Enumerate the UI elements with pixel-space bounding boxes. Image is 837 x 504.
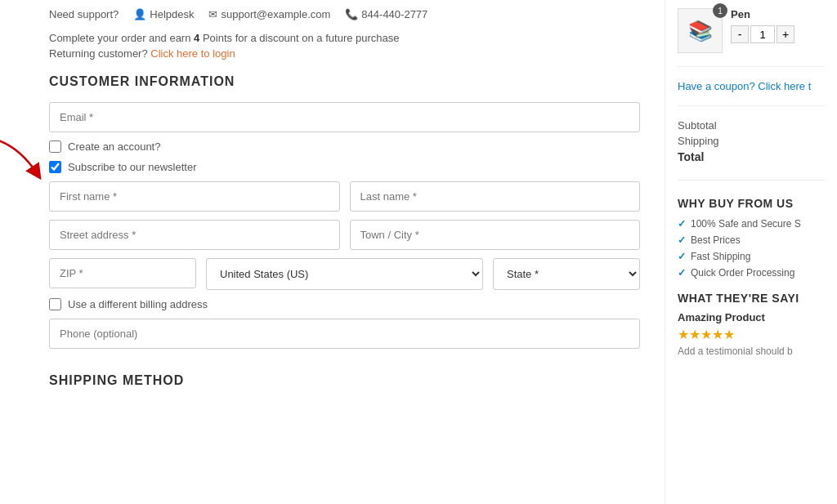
- product-row: 1 📚 Pen - +: [678, 8, 825, 67]
- qty-plus-button[interactable]: +: [777, 25, 794, 43]
- shipping-label: Shipping: [678, 135, 719, 147]
- testimonial-stars: ★★★★★: [678, 327, 825, 342]
- why-item-1: ✓ Best Prices: [678, 234, 825, 246]
- need-support-label: Need support?: [49, 8, 119, 20]
- email-link[interactable]: ✉ support@example.com: [208, 8, 330, 20]
- product-thumbnail: 1 📚: [678, 8, 723, 53]
- subtotal-label: Subtotal: [678, 119, 717, 132]
- subscribe-checkbox[interactable]: [49, 161, 61, 173]
- subscribe-row-container: Subscribe to our newsletter: [49, 161, 640, 173]
- why-item-3: ✓ Quick Order Processing: [678, 267, 825, 279]
- subtotal-row: Subtotal: [678, 119, 825, 132]
- testimonial-title: WHAT THEY'RE SAYI: [678, 292, 825, 305]
- diff-billing-row: Use a different billing address: [49, 298, 640, 310]
- subscribe-row: Subscribe to our newsletter: [49, 161, 640, 173]
- state-select[interactable]: State *: [493, 258, 640, 290]
- total-row: Total: [678, 150, 825, 163]
- coupon-link[interactable]: Have a coupon? Click here t: [678, 80, 825, 106]
- last-name-input[interactable]: [350, 181, 641, 212]
- first-name-input[interactable]: [49, 181, 340, 212]
- email-input[interactable]: [49, 102, 640, 132]
- sidebar: 1 📚 Pen - + Have a coupon? Click here t …: [665, 0, 837, 504]
- order-totals: Subtotal Shipping Total: [678, 119, 825, 181]
- testimonial-section: WHAT THEY'RE SAYI Amazing Product ★★★★★ …: [678, 292, 825, 357]
- create-account-label[interactable]: Create an account?: [68, 140, 160, 153]
- product-badge: 1: [713, 3, 727, 18]
- address-row: [49, 220, 640, 250]
- total-label: Total: [678, 150, 704, 163]
- person-icon: 👤: [133, 8, 146, 20]
- returning-customer-text: Returning customer? Click here to login: [49, 47, 640, 60]
- why-item-2: ✓ Fast Shipping: [678, 251, 825, 262]
- country-select[interactable]: United States (US): [206, 258, 483, 290]
- street-address-input[interactable]: [49, 220, 340, 250]
- why-item-label-0: 100% Safe and Secure S: [691, 218, 801, 230]
- phone-icon: 📞: [345, 8, 358, 20]
- qty-row: - +: [731, 25, 825, 43]
- helpdesk-link[interactable]: 👤 Helpdesk: [133, 8, 194, 20]
- book-icon: 📚: [688, 20, 713, 42]
- support-bar: Need support? 👤 Helpdesk ✉ support@examp…: [49, 8, 640, 20]
- check-icon-3: ✓: [678, 267, 686, 279]
- why-buy-section: WHY BUY FROM US ✓ 100% Safe and Secure S…: [678, 197, 825, 279]
- product-name: Pen: [731, 8, 825, 20]
- testimonial-product-name: Amazing Product: [678, 311, 825, 323]
- subscribe-label[interactable]: Subscribe to our newsletter: [68, 161, 197, 173]
- customer-info-title: CUSTOMER INFORMATION: [49, 74, 640, 89]
- shipping-row: Shipping: [678, 135, 825, 147]
- create-account-checkbox[interactable]: [49, 140, 61, 153]
- why-item-label-3: Quick Order Processing: [691, 267, 794, 279]
- phone-link[interactable]: 📞 844-440-2777: [345, 8, 427, 20]
- name-row: [49, 181, 640, 212]
- shipping-method-title: SHIPPING METHOD: [49, 373, 640, 388]
- check-icon-0: ✓: [678, 218, 686, 230]
- points-message: Complete your order and earn 4 Points fo…: [49, 32, 640, 44]
- check-icon-2: ✓: [678, 251, 686, 262]
- check-icon-1: ✓: [678, 234, 686, 246]
- testimonial-text: Add a testimonial should b: [678, 346, 825, 357]
- town-city-input[interactable]: [350, 220, 641, 250]
- login-link[interactable]: Click here to login: [150, 47, 235, 60]
- product-info: Pen - +: [731, 8, 825, 43]
- qty-minus-button[interactable]: -: [731, 25, 749, 43]
- why-buy-title: WHY BUY FROM US: [678, 197, 825, 210]
- zip-country-state-row: United States (US) State *: [49, 258, 640, 290]
- diff-billing-checkbox[interactable]: [49, 298, 61, 310]
- diff-billing-label[interactable]: Use a different billing address: [68, 298, 208, 310]
- why-item-label-1: Best Prices: [691, 234, 741, 246]
- zip-input[interactable]: [49, 258, 196, 288]
- phone-input[interactable]: [49, 319, 640, 349]
- create-account-row: Create an account?: [49, 140, 640, 153]
- why-item-label-2: Fast Shipping: [691, 251, 750, 262]
- why-item-0: ✓ 100% Safe and Secure S: [678, 218, 825, 230]
- qty-input[interactable]: [750, 25, 775, 43]
- email-icon: ✉: [208, 8, 217, 20]
